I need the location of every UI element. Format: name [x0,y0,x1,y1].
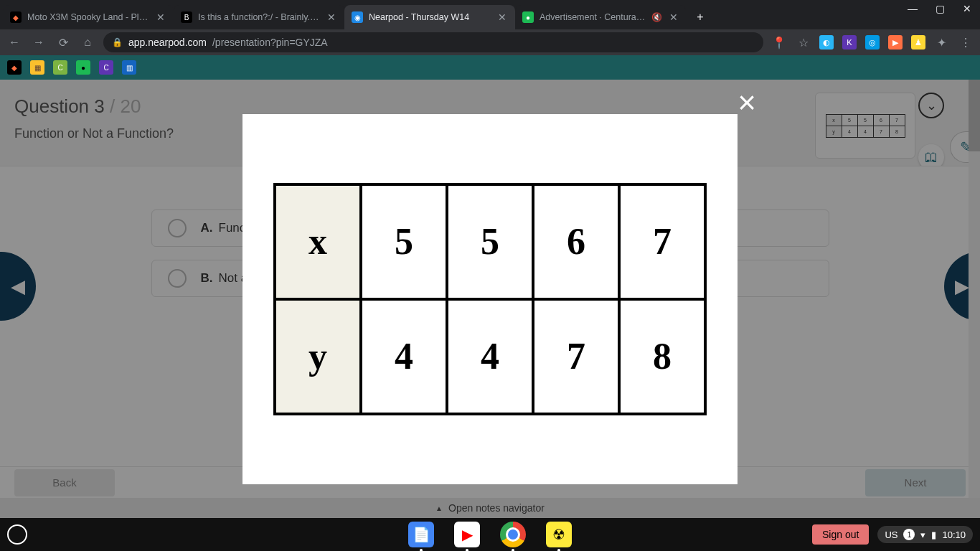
browser-tab[interactable]: ●Advertisement · Centura Hea🔇✕ [515,5,686,29]
extensions-area: ◐K◎▶♟ [819,35,925,50]
window-close[interactable]: ✕ [958,3,976,14]
chrome-menu[interactable]: ⋮ [957,34,974,51]
reload-button[interactable]: ⟳ [55,34,72,51]
shelf-status-area: Sign out US 1 ▾ ▮ 10:10 [812,524,973,545]
url-host: app.nearpod.com [128,37,207,48]
tab-close-button[interactable]: ✕ [326,11,337,23]
extension-icon[interactable]: ♟ [911,35,925,50]
nearpod-page: Question 3 / 20 Function or Not a Functi… [0,80,980,518]
bookmark-item[interactable]: ◆ [7,60,22,75]
tab-favicon: ◉ [352,11,363,23]
launcher-button[interactable] [7,524,27,545]
shelf-app-radiation[interactable]: ☢ [546,522,572,547]
address-bar[interactable]: 🔒 app.nearpod.com/presentation?pin=GYJZA [103,32,763,52]
shelf-app-docs[interactable]: 📄 [408,522,434,547]
ime-indicator: US [885,529,897,540]
extension-icon[interactable]: ◎ [865,35,880,50]
toolbar: ← → ⟳ ⌂ 🔒 app.nearpod.com/presentation?p… [0,29,980,55]
tab-title: Advertisement · Centura Hea [540,12,646,22]
bookmark-item[interactable]: ● [76,60,90,75]
window-maximize[interactable]: ▢ [931,3,948,14]
tab-favicon: ● [522,11,534,23]
tab-mute-icon[interactable]: 🔇 [651,11,662,23]
shelf-app-youtube[interactable]: ▶ [454,522,480,547]
chromeos-shelf: 📄 ▶ ☢ Sign out US 1 ▾ ▮ 10:10 [0,518,980,551]
browser-chrome: — ▢ ✕ ◆Moto X3M Spooky Land - Play it✕BI… [0,0,980,80]
tab-title: Nearpod - Thursday W14 [369,12,491,22]
bookmark-item[interactable]: ▥ [122,60,136,75]
tab-strip: — ▢ ✕ ◆Moto X3M Spooky Land - Play it✕BI… [0,0,980,29]
url-path: /presentation?pin=GYJZA [212,37,328,48]
bookmark-item[interactable]: C [53,60,67,75]
back-button[interactable]: ← [6,34,23,51]
shelf-app-chrome[interactable] [500,522,526,547]
window-minimize[interactable]: — [904,3,921,14]
extensions-button[interactable]: ✦ [933,34,950,51]
extension-icon[interactable]: ▶ [888,35,903,50]
lightbox-close-button[interactable]: × [738,87,756,118]
bookmark-star-icon[interactable]: ☆ [795,34,812,51]
clock: 10:10 [942,529,966,540]
tab-favicon: ◆ [10,11,22,23]
sign-out-button[interactable]: Sign out [812,524,869,545]
browser-tab[interactable]: BIs this a function?:/ - Brainly.com✕ [174,5,344,29]
tab-close-button[interactable]: ✕ [156,11,166,23]
bookmarks-bar: ◆▦C●C▥ [0,55,980,80]
tab-close-button[interactable]: ✕ [496,11,508,23]
status-tray[interactable]: US 1 ▾ ▮ 10:10 [877,526,973,543]
tab-title: Moto X3M Spooky Land - Play it [27,12,150,22]
shelf-apps: 📄 ▶ ☢ [408,522,572,547]
window-controls: — ▢ ✕ [904,3,976,14]
bookmark-item[interactable]: C [99,60,113,75]
extension-icon[interactable]: K [842,35,857,50]
tab-favicon: B [181,11,192,23]
image-lightbox-overlay[interactable]: × x5567y4478 [0,80,980,518]
lock-icon: 🔒 [112,37,123,47]
tab-title: Is this a function?:/ - Brainly.com [198,12,321,22]
home-button[interactable]: ⌂ [79,34,96,51]
notification-badge: 1 [903,529,915,540]
browser-tab[interactable]: ◉Nearpod - Thursday W14✕ [344,5,515,29]
new-tab-button[interactable]: + [690,7,710,27]
function-table: x5567y4478 [273,183,707,415]
tab-close-button[interactable]: ✕ [668,11,679,23]
forward-button[interactable]: → [30,34,47,51]
lightbox-content: x5567y4478 [242,114,738,484]
wifi-icon: ▾ [920,529,925,540]
browser-tab[interactable]: ◆Moto X3M Spooky Land - Play it✕ [3,5,174,29]
battery-icon: ▮ [931,529,936,540]
location-icon[interactable]: 📍 [771,34,788,51]
bookmark-item[interactable]: ▦ [30,60,44,75]
extension-icon[interactable]: ◐ [819,35,834,50]
